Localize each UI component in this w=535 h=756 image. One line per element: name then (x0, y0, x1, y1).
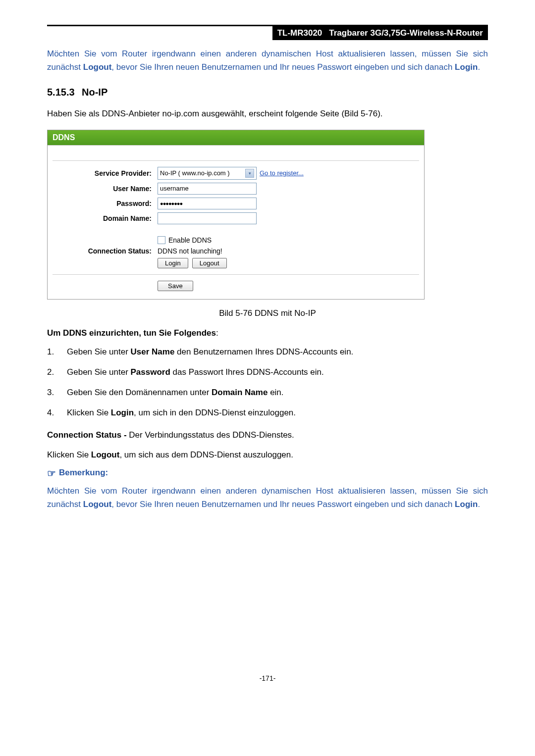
login-word: Login (455, 500, 478, 509)
label-service-provider: Service Provider: (53, 169, 158, 177)
intro-note-1: Möchten Sie vom Router irgendwann einen … (47, 47, 488, 74)
user-name-input[interactable] (158, 183, 257, 195)
document-header: TL-MR3020 Tragbarer 3G/3,75G-Wireless-N-… (47, 25, 488, 40)
login-word: Login (455, 62, 478, 72)
section-title: No-IP (82, 87, 107, 98)
note-text: . (478, 500, 480, 509)
row-save: Save (53, 281, 419, 291)
row-connection-status: Connection Status: DDNS not launching! (53, 247, 419, 255)
section-heading: 5.15.3No-IP (47, 87, 488, 98)
domain-name-input[interactable] (158, 212, 257, 224)
page-number: -171- (47, 674, 488, 697)
label-user-name: User Name: (53, 185, 158, 193)
note-label: ☞Bemerkung: (47, 467, 488, 479)
go-to-register-link[interactable]: Go to register... (260, 169, 304, 177)
row-domain-name: Domain Name: (53, 212, 419, 224)
logout-line: Klicken Sie Logout, um sich aus dem DDNS… (47, 448, 488, 461)
note-text: . (478, 62, 480, 72)
chevron-down-icon[interactable]: ▾ (245, 169, 254, 178)
hand-icon: ☞ (47, 467, 56, 479)
intro-note-2: Möchten Sie vom Router irgendwann einen … (47, 484, 488, 511)
status-text: DDNS not launching! (158, 247, 222, 255)
enable-ddns-checkbox[interactable] (158, 236, 165, 244)
password-input[interactable]: ●●●●●●●● (158, 198, 257, 209)
section-number: 5.15.3 (47, 87, 82, 98)
steps-list: Geben Sie unter User Name den Benutzerna… (47, 345, 488, 420)
logout-button[interactable]: Logout (192, 258, 227, 268)
login-button[interactable]: Login (158, 258, 188, 268)
label-connection-status: Connection Status: (53, 247, 158, 255)
panel-header: DDNS (48, 130, 424, 146)
logout-word: Logout (83, 500, 112, 509)
save-button[interactable]: Save (158, 281, 193, 291)
step-4: Klicken Sie Login, um sich in den DDNS-D… (47, 406, 488, 419)
product-title: Tragbarer 3G/3,75G-Wireless-N-Router (327, 26, 488, 40)
note-text: , bevor Sie Ihren neuen Benutzernamen un… (111, 500, 455, 509)
row-service-provider: Service Provider: No-IP ( www.no-ip.com … (53, 167, 419, 180)
model-label: TL-MR3020 (272, 26, 327, 40)
row-password: Password: ●●●●●●●● (53, 198, 419, 209)
row-user-name: User Name: (53, 183, 419, 195)
instructions-heading: Um DDNS einzurichten, tun Sie Folgendes: (47, 328, 488, 338)
figure-caption: Bild 5-76 DDNS mit No-IP (47, 308, 488, 318)
connection-status-desc: Connection Status - Der Verbindungsstatu… (47, 428, 488, 442)
label-domain-name: Domain Name: (53, 214, 158, 222)
logout-word: Logout (83, 62, 112, 72)
select-value: No-IP ( www.no-ip.com ) (160, 169, 230, 177)
intro-line: Haben Sie als DDNS-Anbieter no-ip.com au… (47, 107, 488, 120)
enable-ddns-label: Enable DDNS (168, 236, 212, 244)
row-enable-ddns: Enable DDNS (53, 236, 419, 244)
label-password: Password: (53, 200, 158, 207)
step-3: Geben Sie den Domänennamen unter Domain … (47, 386, 488, 399)
ddns-screenshot: DDNS Service Provider: No-IP ( www.no-ip… (47, 130, 425, 300)
note-text: , bevor Sie Ihren neuen Benutzernamen un… (111, 62, 455, 72)
service-provider-select[interactable]: No-IP ( www.no-ip.com ) ▾ (158, 167, 257, 180)
step-2: Geben Sie unter Password das Passwort Ih… (47, 365, 488, 379)
step-1: Geben Sie unter User Name den Benutzerna… (47, 345, 488, 358)
row-login-logout: Login Logout (53, 258, 419, 268)
